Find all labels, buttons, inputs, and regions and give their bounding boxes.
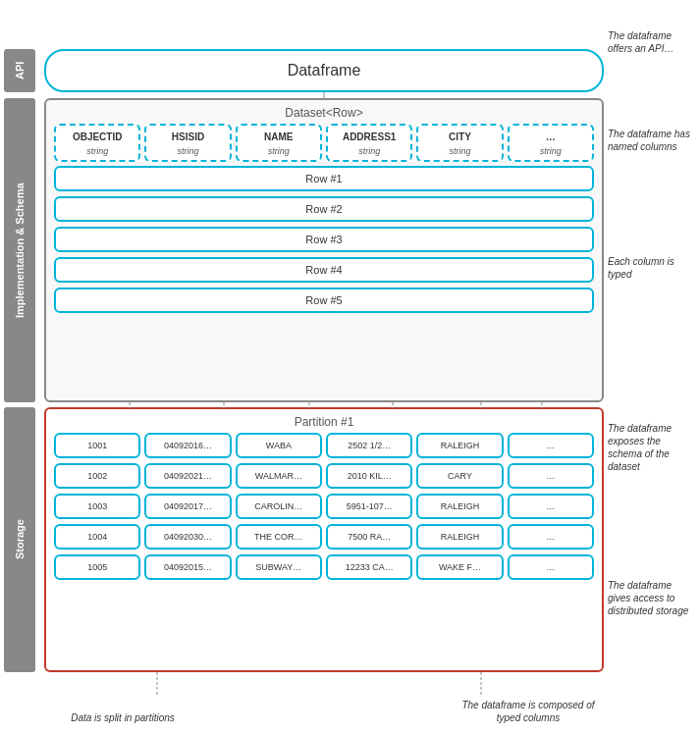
s2c6: …: [508, 463, 594, 489]
column-hsisid: HSISID string: [144, 124, 231, 162]
col-name-city: CITY: [420, 131, 499, 142]
col-type-city: string: [420, 146, 499, 156]
col-type-objectid: string: [58, 146, 136, 156]
storage-row-2: 1002 04092021… WALMAR… 2010 KIL… CARY …: [54, 463, 594, 489]
sidebar-api: API: [4, 49, 35, 92]
sidebar-impl: Implementation & Schema: [4, 98, 35, 402]
row-1: Row #1: [54, 166, 594, 191]
s2c5: CARY: [416, 463, 503, 489]
dataset-label: Dataset<Row>: [46, 106, 602, 120]
annotation-impl-typed: Each column is typed: [608, 255, 696, 281]
s1c5: RALEIGH: [416, 433, 503, 458]
s5c5: WAKE F…: [416, 554, 503, 580]
sidebar-storage: Storage: [4, 407, 35, 672]
s5c2: 04092015…: [144, 554, 231, 580]
s4c2: 04092030…: [144, 524, 231, 550]
s3c3: CAROLIN…: [236, 494, 322, 519]
s4c6: …: [508, 524, 594, 550]
row-5: Row #5: [54, 288, 594, 313]
s5c4: 12233 CA…: [326, 554, 412, 580]
s1c2: 04092016…: [144, 433, 231, 458]
col-type-name: string: [240, 146, 318, 156]
s2c1: 1002: [54, 463, 140, 489]
annotation-storage-schema: The dataframe exposes the schema of the …: [608, 422, 696, 473]
s5c3: SUBWAY…: [236, 554, 322, 580]
column-objectid: OBJECTID string: [54, 124, 140, 162]
column-city: CITY string: [416, 124, 503, 162]
s1c4: 2502 1/2…: [326, 433, 412, 458]
s1c3: WABA: [236, 433, 322, 458]
impl-section: Dataset<Row> OBJECTID string HSISID stri…: [44, 98, 604, 402]
annotation-impl-named-columns: The dataframe has named columns: [608, 128, 696, 153]
partition-label: Partition #1: [46, 415, 602, 429]
annotation-bottom-left: Data is split in partitions: [59, 711, 187, 724]
storage-row-4: 1004 04092030… THE COR… 7500 RA… RALEIGH…: [54, 524, 594, 550]
col-name-ellipsis: …: [512, 131, 590, 142]
s3c5: RALEIGH: [416, 494, 503, 519]
s1c6: …: [508, 433, 594, 458]
col-type-hsisid: string: [148, 146, 227, 156]
col-name-hsisid: HSISID: [148, 131, 227, 142]
s4c1: 1004: [54, 524, 140, 550]
s3c2: 04092017…: [144, 494, 231, 519]
s2c2: 04092021…: [144, 463, 231, 489]
dataframe-box: Dataframe: [44, 49, 604, 92]
row-2: Row #2: [54, 196, 594, 222]
s3c4: 5951-107…: [326, 494, 412, 519]
s4c5: RALEIGH: [416, 524, 503, 550]
storage-row-5: 1005 04092015… SUBWAY… 12233 CA… WAKE F……: [54, 554, 594, 580]
annotation-bottom-right: The dataframe is composed of typed colum…: [455, 699, 602, 724]
storage-rows: 1001 04092016… WABA 2502 1/2… RALEIGH … …: [46, 433, 602, 580]
col-type-address1: string: [330, 146, 408, 156]
data-rows: Row #1 Row #2 Row #3 Row #4 Row #5: [46, 162, 602, 322]
s5c1: 1005: [54, 554, 140, 580]
row-4: Row #4: [54, 257, 594, 283]
columns-row: OBJECTID string HSISID string NAME strin…: [46, 124, 602, 162]
column-address1: ADDRESS1 string: [326, 124, 412, 162]
column-ellipsis: … string: [508, 124, 594, 162]
s2c4: 2010 KIL…: [326, 463, 412, 489]
s1c1: 1001: [54, 433, 140, 458]
col-name-name: NAME: [240, 131, 318, 142]
dataframe-label: Dataframe: [288, 62, 361, 79]
storage-row-1: 1001 04092016… WABA 2502 1/2… RALEIGH …: [54, 433, 594, 458]
col-name-objectid: OBJECTID: [58, 131, 136, 142]
row-3: Row #3: [54, 227, 594, 252]
storage-section: Partition #1 1001 04092016… WABA 2502 1/…: [44, 407, 604, 672]
column-name: NAME string: [236, 124, 322, 162]
col-name-address1: ADDRESS1: [330, 131, 408, 142]
main-container: The dataframe offers an API… The datafra…: [0, 0, 700, 734]
col-type-ellipsis: string: [512, 146, 590, 156]
storage-row-3: 1003 04092017… CAROLIN… 5951-107… RALEIG…: [54, 494, 594, 519]
s3c1: 1003: [54, 494, 140, 519]
s4c4: 7500 RA…: [326, 524, 412, 550]
s3c6: …: [508, 494, 594, 519]
annotation-storage-distributed: The dataframe gives access to distribute…: [608, 579, 696, 617]
s5c6: …: [508, 554, 594, 580]
annotation-top-right: The dataframe offers an API…: [608, 29, 696, 55]
s4c3: THE COR…: [236, 524, 322, 550]
s2c3: WALMAR…: [236, 463, 322, 489]
